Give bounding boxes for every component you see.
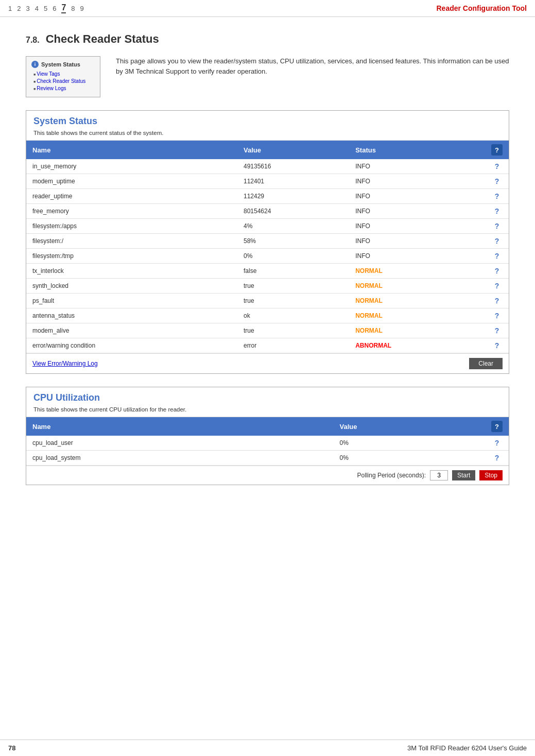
row-name: modem_uptime xyxy=(26,174,237,189)
help-question-icon[interactable]: ? xyxy=(495,282,499,290)
left-nav-box: i System Status View Tags Check Reader S… xyxy=(26,56,100,97)
help-question-icon[interactable]: ? xyxy=(495,207,499,215)
cpu-row-value: 0% xyxy=(333,451,485,466)
clear-button[interactable]: Clear xyxy=(469,358,503,369)
row-name: ps_fault xyxy=(26,294,237,308)
row-help[interactable]: ? xyxy=(485,189,509,204)
nav-info-icon: i xyxy=(31,61,39,68)
row-help[interactable]: ? xyxy=(485,174,509,189)
help-question-icon[interactable]: ? xyxy=(495,327,499,335)
nav-bar: 1 2 3 4 5 6 7 8 9 xyxy=(8,3,84,13)
polling-input[interactable] xyxy=(430,470,448,480)
row-status: NORMAL xyxy=(349,294,485,308)
nav-page-5[interactable]: 5 xyxy=(44,5,47,12)
help-question-icon[interactable]: ? xyxy=(495,162,499,170)
nav-page-4[interactable]: 4 xyxy=(35,5,39,12)
row-value: true xyxy=(237,279,349,294)
table-row: reader_uptime 112429 INFO ? xyxy=(26,189,509,204)
system-status-title: System Status xyxy=(33,116,502,127)
nav-item-check-reader[interactable]: Check Reader Status xyxy=(33,78,95,84)
row-help[interactable]: ? xyxy=(485,204,509,219)
table-row: modem_uptime 112401 INFO ? xyxy=(26,174,509,189)
cpu-utilization-table-container: CPU Utilization This table shows the cur… xyxy=(26,387,509,485)
cpu-utilization-table: Name Value ? cpu_load_user 0% ? cpu_load… xyxy=(26,417,509,466)
row-value: 58% xyxy=(237,234,349,249)
cpu-utilization-subtitle: This table shows the current CPU utiliza… xyxy=(33,406,502,413)
nav-page-8[interactable]: 8 xyxy=(71,5,75,12)
help-question-icon[interactable]: ? xyxy=(495,312,499,320)
nav-page-current[interactable]: 7 xyxy=(61,3,66,13)
cpu-col-name: Name xyxy=(26,417,333,436)
help-question-icon[interactable]: ? xyxy=(495,192,499,200)
help-question-icon[interactable]: ? xyxy=(495,267,499,275)
help-question-icon[interactable]: ? xyxy=(495,252,499,260)
row-help[interactable]: ? xyxy=(485,308,509,323)
nav-page-3[interactable]: 3 xyxy=(26,5,29,12)
cpu-help-question-icon[interactable]: ? xyxy=(495,454,499,462)
table-row: cpu_load_system 0% ? xyxy=(26,451,509,466)
header-title: Reader Configuration Tool xyxy=(436,4,527,12)
row-value: 4% xyxy=(237,219,349,234)
help-question-icon[interactable]: ? xyxy=(495,297,499,305)
row-value: true xyxy=(237,294,349,308)
help-question-icon[interactable]: ? xyxy=(495,341,499,350)
table-row: error/warning condition error ABNORMAL ? xyxy=(26,338,509,353)
cpu-utilization-title: CPU Utilization xyxy=(33,392,502,403)
table-row: cpu_load_user 0% ? xyxy=(26,436,509,451)
table-row: synth_locked true NORMAL ? xyxy=(26,279,509,294)
cpu-help-question-icon[interactable]: ? xyxy=(495,439,499,447)
table-row: filesystem:/ 58% INFO ? xyxy=(26,234,509,249)
row-status: INFO xyxy=(349,219,485,234)
row-help[interactable]: ? xyxy=(485,234,509,249)
nav-page-9[interactable]: 9 xyxy=(80,5,84,12)
stop-button[interactable]: Stop xyxy=(479,470,503,480)
row-name: antenna_status xyxy=(26,308,237,323)
row-value: error xyxy=(237,338,349,353)
col-name: Name xyxy=(26,141,237,159)
table-row: in_use_memory 49135616 INFO ? xyxy=(26,159,509,174)
help-icon: ? xyxy=(491,144,503,156)
cpu-row-name: cpu_load_user xyxy=(26,436,333,451)
row-value: 49135616 xyxy=(237,159,349,174)
cpu-table-header-row: Name Value ? xyxy=(26,417,509,436)
row-name: filesystem:/tmp xyxy=(26,249,237,264)
row-help[interactable]: ? xyxy=(485,249,509,264)
row-status: INFO xyxy=(349,234,485,249)
row-value: 0% xyxy=(237,249,349,264)
table-row: filesystem:/apps 4% INFO ? xyxy=(26,219,509,234)
nav-page-1[interactable]: 1 xyxy=(8,5,12,12)
nav-item-review-logs[interactable]: Review Logs xyxy=(33,85,95,91)
table-row: antenna_status ok NORMAL ? xyxy=(26,308,509,323)
row-value: ok xyxy=(237,308,349,323)
section-title: Check Reader Status xyxy=(46,32,159,46)
polling-row: Polling Period (seconds): Start Stop xyxy=(26,466,509,485)
row-status: NORMAL xyxy=(349,264,485,279)
row-help[interactable]: ? xyxy=(485,279,509,294)
row-help[interactable]: ? xyxy=(485,219,509,234)
row-status: INFO xyxy=(349,249,485,264)
start-button[interactable]: Start xyxy=(452,470,475,480)
view-error-log-link[interactable]: View Error/Warning Log xyxy=(32,360,98,367)
nav-list: View Tags Check Reader Status Review Log… xyxy=(31,71,95,91)
row-help[interactable]: ? xyxy=(485,264,509,279)
nav-page-2[interactable]: 2 xyxy=(17,5,21,12)
row-status: INFO xyxy=(349,189,485,204)
nav-box-title: System Status xyxy=(41,61,80,67)
cpu-row-help[interactable]: ? xyxy=(485,436,509,451)
help-question-icon[interactable]: ? xyxy=(495,237,499,245)
nav-item-view-tags[interactable]: View Tags xyxy=(33,71,95,77)
intro-section: i System Status View Tags Check Reader S… xyxy=(26,56,509,97)
row-help[interactable]: ? xyxy=(485,338,509,353)
help-question-icon[interactable]: ? xyxy=(495,177,499,185)
help-question-icon[interactable]: ? xyxy=(495,222,499,230)
row-status: NORMAL xyxy=(349,323,485,338)
system-status-subtitle: This table shows the current status of t… xyxy=(33,130,502,136)
row-help[interactable]: ? xyxy=(485,159,509,174)
nav-page-6[interactable]: 6 xyxy=(53,5,56,12)
cpu-row-help[interactable]: ? xyxy=(485,451,509,466)
row-help[interactable]: ? xyxy=(485,323,509,338)
row-help[interactable]: ? xyxy=(485,294,509,308)
page-header: 1 2 3 4 5 6 7 8 9 Reader Configuration T… xyxy=(0,0,535,17)
row-status: INFO xyxy=(349,204,485,219)
row-name: error/warning condition xyxy=(26,338,237,353)
